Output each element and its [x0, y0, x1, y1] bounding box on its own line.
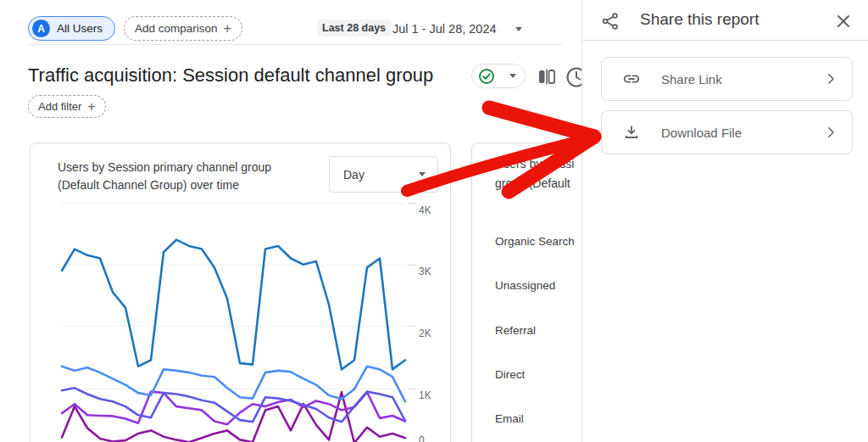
gridline — [62, 265, 405, 266]
chevron-down-icon — [419, 172, 426, 176]
download-file-button[interactable]: Download File — [601, 110, 853, 154]
add-comparison-button[interactable]: Add comparison + — [124, 16, 242, 41]
gridline — [62, 389, 405, 389]
axis-tick — [409, 265, 416, 266]
y-axis-label: 0 — [419, 434, 439, 442]
page-title: Traffic acquisition: Session default cha… — [28, 64, 433, 87]
chevron-right-icon — [823, 125, 838, 140]
category-label: Direct — [495, 368, 525, 381]
chevron-right-icon — [823, 71, 838, 87]
share-panel: Share this report Share Link Download Fi… — [581, 0, 868, 442]
category-label: Unassigned — [495, 279, 555, 292]
download-file-label: Download File — [661, 126, 742, 140]
axis-tick — [409, 203, 416, 204]
add-comparison-label: Add comparison — [135, 22, 218, 35]
granularity-select[interactable]: Day — [329, 156, 438, 193]
chevron-down-icon[interactable] — [515, 27, 522, 31]
share-panel-header: Share this report — [582, 0, 868, 41]
axis-tick — [409, 389, 416, 389]
date-preset-badge: Last 28 days — [317, 20, 391, 36]
chevron-down-icon — [509, 74, 516, 78]
share-icon — [600, 11, 620, 31]
share-panel-title: Share this report — [640, 10, 759, 29]
category-label: Referral — [495, 324, 536, 337]
all-users-chip[interactable]: A All Users — [28, 16, 115, 41]
add-filter-button[interactable]: Add filter + — [28, 95, 106, 118]
app-stage: A All Users Add comparison + Last 28 day… — [0, 0, 868, 442]
check-circle-icon — [478, 68, 495, 85]
avatar: A — [32, 20, 50, 37]
y-axis-label: 3K — [419, 266, 439, 277]
axis-tick — [409, 326, 416, 327]
category-label: Organic Search — [495, 235, 575, 248]
gridline — [62, 326, 405, 327]
category-label: Email — [495, 412, 524, 425]
add-filter-label: Add filter — [38, 100, 81, 113]
download-icon — [622, 123, 641, 142]
plus-icon: + — [87, 100, 95, 114]
y-axis-label: 2K — [419, 327, 439, 339]
gridline — [62, 203, 405, 204]
y-axis-label: 4K — [419, 204, 439, 216]
plus-icon: + — [224, 22, 231, 36]
y-axis-label: 1K — [419, 389, 439, 401]
data-quality-badge[interactable] — [471, 64, 526, 88]
all-users-label: All Users — [57, 22, 103, 35]
close-icon[interactable] — [834, 12, 853, 31]
share-link-button[interactable]: Share Link — [601, 57, 853, 101]
divider — [28, 44, 562, 45]
divider — [582, 40, 868, 41]
link-icon — [622, 70, 641, 88]
granularity-value: Day — [343, 168, 364, 182]
line-chart-card: Users by Session primary channel group (… — [30, 143, 451, 442]
date-range-picker[interactable]: Jul 1 - Jul 28, 2024 — [392, 22, 497, 36]
comparison-icon[interactable] — [536, 67, 558, 87]
chart-title: Users by Sessi group (Default — [495, 154, 574, 193]
share-link-label: Share Link — [661, 72, 722, 87]
chart-title: Users by Session primary channel group (… — [58, 159, 312, 194]
